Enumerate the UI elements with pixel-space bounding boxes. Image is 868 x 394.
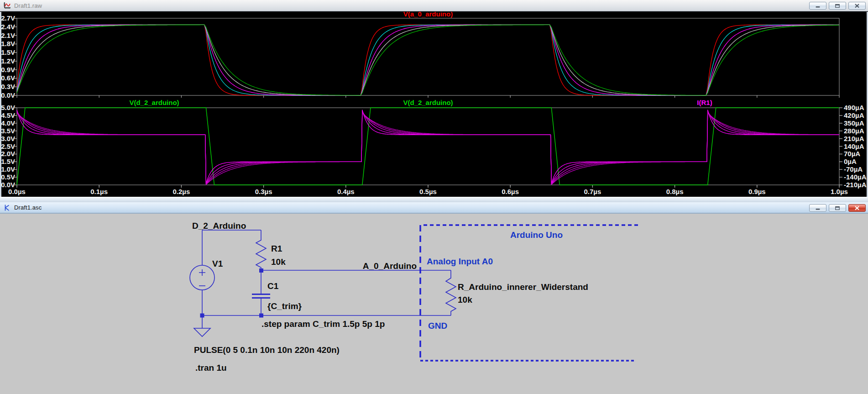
waveform-window-title: Draft1.raw (14, 2, 42, 9)
time-axis-tick-label: 0.6µs (502, 188, 519, 195)
pane2-left-y-tick-label: 4.0V (1, 119, 15, 127)
pane1-trace-run3 (17, 25, 839, 95)
tran-directive-text[interactable]: .tran 1u (195, 363, 227, 373)
time-axis-tick-label: 0.0µs (8, 188, 26, 195)
component-label-r-arduino[interactable]: R_Arduino_innerer_Widerstand (458, 282, 588, 292)
value-label-r1[interactable]: 10k (271, 257, 286, 267)
analog-input-a0-label: Analog Input A0 (427, 257, 493, 266)
schematic-window-title: Draft1.asc (14, 204, 42, 211)
pane1-trace-run1 (17, 25, 839, 95)
pane1-y-tick-label: 1.8V (1, 40, 15, 47)
arduino-uno-label: Arduino Uno (510, 230, 563, 240)
schematic-canvas[interactable]: D_2_Arduino V1 R1 10k C1 {C_trim} A_0_Ar… (0, 215, 868, 394)
pane2-right-y-tick-label: -140µA (844, 173, 867, 181)
waveform-window-bottom-border (0, 197, 868, 202)
pane2-right-y-tick-label: 0µA (844, 158, 857, 165)
time-axis-tick-label: 0.2µs (173, 188, 190, 195)
pane2-left-y-tick-label: 5.0V (1, 104, 15, 111)
close-button[interactable] (848, 204, 866, 212)
pane2-right-y-tick-label: 280µA (844, 127, 864, 135)
pulse-directive-text[interactable]: PULSE(0 5 0.1n 10n 10n 220n 420n) (194, 345, 340, 355)
pane2-trace-title: V(d_2_arduino) (129, 99, 179, 106)
pane2-trace-title: I(R1) (697, 99, 712, 106)
pane2-right-y-tick-label: 140µA (844, 142, 864, 150)
wires (202, 230, 451, 315)
waveform-plots: V(a_0_arduino)V(d_2_arduino)V(d_2_arduin… (0, 12, 868, 197)
net-label-a0-arduino[interactable]: A_0_Arduino (363, 261, 417, 271)
pane2-right-y-tick-label: -70µA (844, 165, 863, 173)
waveform-plot-region[interactable]: V(a_0_arduino)V(d_2_arduino)V(d_2_arduin… (0, 12, 868, 197)
pane1-y-tick-label: 2.1V (1, 32, 15, 39)
waveform-window-controls (809, 2, 866, 10)
net-label-d2-arduino[interactable]: D_2_Arduino (192, 221, 246, 231)
close-button[interactable] (848, 2, 866, 10)
waveform-file-icon (3, 2, 11, 9)
pane1-trace-run2 (17, 25, 839, 95)
pane1-y-tick-label: 0.3V (1, 83, 15, 90)
time-axis-tick-label: 0.5µs (419, 188, 437, 195)
restore-button[interactable] (829, 2, 846, 10)
resistor-r-arduino[interactable] (446, 270, 456, 315)
pane2-left-y-tick-label: 1.0V (1, 165, 15, 173)
pane1-y-tick-label: 1.2V (1, 57, 15, 65)
waveform-titlebar[interactable]: Draft1.raw (0, 0, 868, 11)
component-label-v1[interactable]: V1 (212, 259, 223, 268)
pane2-left-y-tick-label: 2.5V (1, 142, 15, 150)
pane2-current-trace-4 (17, 112, 839, 184)
time-axis-tick-label: 0.3µs (255, 188, 272, 195)
pane1-y-tick-label: 1.5V (1, 48, 15, 56)
pane2-right-y-tick-label: 490µA (844, 104, 864, 111)
component-label-c1[interactable]: C1 (267, 281, 279, 291)
pane1-y-tick-label: 2.4V (1, 23, 15, 31)
pane1-trace-run4 (17, 25, 839, 95)
pane1-y-tick-label: 0.6V (1, 74, 15, 82)
pane1-trace-title: V(a_0_arduino) (403, 12, 453, 18)
value-label-c1[interactable]: {C_trim} (267, 301, 302, 311)
waveform-window: Draft1.raw V(a_0_arduino)V(d_2_arduino)V… (0, 0, 868, 202)
pane2-current-trace-3 (17, 112, 839, 184)
junction-dots (200, 268, 264, 318)
pane2-right-y-tick-label: 210µA (844, 135, 864, 142)
pane2-left-y-tick-label: 4.5V (1, 111, 15, 119)
restore-button[interactable] (829, 204, 846, 212)
pane1-trace-run5 (17, 25, 839, 95)
schematic-titlebar[interactable]: Draft1.asc (0, 202, 868, 214)
time-axis-tick-label: 0.1µs (90, 188, 108, 195)
time-axis-tick-label: 1.0µs (831, 188, 848, 195)
step-directive-text[interactable]: .step param C_trim 1.5p 5p 1p (261, 319, 385, 329)
time-axis-tick-label: 0.8µs (666, 188, 684, 195)
pane2-left-y-tick-label: 0.5V (1, 173, 15, 181)
ltspice-screen: Draft1.raw V(a_0_arduino)V(d_2_arduino)V… (0, 0, 868, 394)
ground-symbol[interactable] (194, 315, 210, 336)
schematic-window: Draft1.asc (0, 202, 868, 394)
pane2-left-y-tick-label: 1.5V (1, 158, 15, 165)
resistor-r1[interactable] (256, 230, 266, 270)
pane2-left-y-tick-label: 3.0V (1, 135, 15, 142)
pane1-border (17, 18, 839, 95)
pane2-current-trace-1 (17, 110, 839, 184)
schematic-window-controls (809, 204, 866, 212)
pane2-right-y-tick-label: 420µA (844, 111, 864, 119)
pane1-y-tick-label: 0.9V (1, 66, 15, 74)
arduino-boundary-box (420, 225, 640, 361)
voltage-source-v1[interactable] (190, 265, 214, 290)
pane2-right-y-tick-label: 350µA (844, 119, 864, 127)
minimize-button[interactable] (809, 204, 826, 212)
pane2-right-y-tick-label: 70µA (844, 150, 860, 158)
pane2-square-wave-trace (17, 108, 839, 185)
schematic-file-icon (3, 204, 11, 211)
pane2-left-y-tick-label: 3.5V (1, 127, 15, 135)
pane1-y-tick-label: 2.7V (1, 14, 15, 22)
time-axis-tick-label: 0.7µs (584, 188, 601, 195)
time-axis-tick-label: 0.4µs (337, 188, 355, 195)
pane1-y-tick-label: 0.0V (1, 91, 15, 99)
value-label-r-arduino[interactable]: 10k (458, 295, 472, 305)
pane2-border (17, 108, 839, 185)
pane2-trace-title: V(d_2_arduino) (403, 99, 453, 106)
component-label-r1[interactable]: R1 (271, 244, 282, 253)
gnd-label: GND (428, 321, 447, 331)
pane2-left-y-tick-label: 2.0V (1, 150, 15, 158)
minimize-button[interactable] (809, 2, 826, 10)
time-axis-tick-label: 0.9µs (748, 188, 766, 195)
